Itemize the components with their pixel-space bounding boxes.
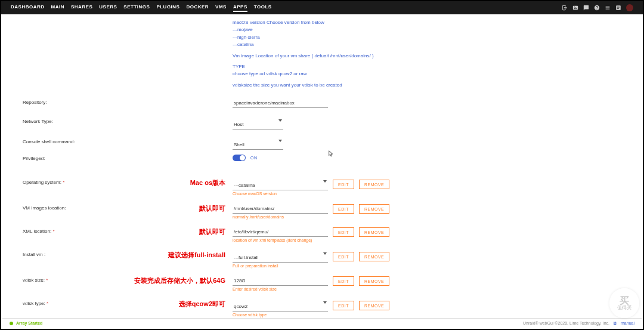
annotation: 默认即可 <box>199 227 225 236</box>
nav-plugins[interactable]: PLUGINS <box>156 4 179 12</box>
nav-tools[interactable]: TOOLS <box>254 4 272 12</box>
install-helper: Full or preparation install <box>233 264 389 268</box>
nav-apps[interactable]: APPS <box>233 4 247 12</box>
network-type-label: Network Type: <box>23 118 233 124</box>
nav-users[interactable]: USERS <box>99 4 117 12</box>
edit-button[interactable]: EDIT <box>333 276 354 286</box>
info-line: Vm image Location of your vm share ( def… <box>233 53 621 60</box>
top-nav: DASHBOARD MAIN SHARES USERS SETTINGS PLU… <box>1 1 643 14</box>
vm-images-input[interactable] <box>233 204 328 214</box>
nav-dashboard[interactable]: DASHBOARD <box>11 4 45 12</box>
vdisk-size-input[interactable] <box>233 276 328 286</box>
info-line: ---catalina <box>233 41 621 48</box>
install-label: Install vm : 建议选择full-install <box>23 251 233 257</box>
feedback-icon[interactable] <box>583 5 589 11</box>
annotation: Mac os版本 <box>190 178 225 187</box>
nav-settings[interactable]: SETTINGS <box>123 4 150 12</box>
nav-shares[interactable]: SHARES <box>71 4 92 12</box>
privileged-state: ON <box>250 156 258 160</box>
xml-helper: location of vm xml templates (dont chang… <box>233 238 389 242</box>
vdisk-type-helper: Choose vdisk type <box>233 313 389 317</box>
power-icon[interactable] <box>626 4 633 11</box>
repository-label: Repository: <box>23 98 233 105</box>
help-icon[interactable] <box>594 5 600 11</box>
nav-vms[interactable]: VMS <box>215 4 227 12</box>
annotation: 默认即可 <box>199 204 225 213</box>
info-icon[interactable] <box>605 5 611 11</box>
nav-items: DASHBOARD MAIN SHARES USERS SETTINGS PLU… <box>11 4 272 12</box>
nav-icons <box>562 4 633 11</box>
privileged-toggle[interactable] <box>233 155 246 161</box>
console-shell-label: Console shell command: <box>23 138 233 144</box>
edit-button[interactable]: EDIT <box>333 301 354 310</box>
vdisk-type-label: vdisk type: 选择qcow2即可 <box>23 300 233 306</box>
remove-button[interactable]: REMOVE <box>359 252 389 261</box>
log-icon[interactable] <box>615 5 621 11</box>
network-type-select[interactable] <box>233 120 283 129</box>
vdisk-size-label: vdisk size: 安装完成后存储大小，默认64G <box>23 276 233 283</box>
os-select[interactable] <box>233 181 328 190</box>
install-select[interactable] <box>233 253 328 263</box>
remove-button[interactable]: REMOVE <box>359 301 389 310</box>
vdisk-size-helper: Enter desired vdisk size <box>233 287 389 291</box>
nav-main[interactable]: MAIN <box>51 4 64 12</box>
edit-button[interactable]: EDIT <box>333 204 354 214</box>
console-shell-select[interactable] <box>233 140 283 150</box>
annotation: 建议选择full-install <box>168 251 225 260</box>
os-helper: Choose macOS version <box>233 192 389 196</box>
vm-images-helper: normally /mnt/user/domains <box>233 215 389 219</box>
info-line: vdisksize the size you want your vdisk t… <box>233 82 621 89</box>
xml-label: XML location: 默认即可 <box>23 227 233 234</box>
vdisk-type-select[interactable] <box>233 302 328 312</box>
info-line: ---mojave <box>233 26 621 33</box>
annotation: 选择qcow2即可 <box>179 300 225 309</box>
nav-docker[interactable]: DOCKER <box>186 4 209 12</box>
os-label: Operating system: Mac os版本 <box>23 178 233 185</box>
xml-input[interactable] <box>233 227 328 237</box>
privileged-label: Privileged: <box>23 155 233 161</box>
vm-images-label: VM Images location: 默认即可 <box>23 204 233 211</box>
info-line: ---high-sierra <box>233 34 621 41</box>
repository-input[interactable] <box>233 98 328 108</box>
remove-button[interactable]: REMOVE <box>359 204 389 214</box>
logout-icon[interactable] <box>562 5 568 11</box>
manual-link[interactable]: manual <box>621 321 634 325</box>
info-line: choose type od vdisk qcow2 or raw <box>233 70 621 78</box>
terminal-icon[interactable] <box>572 5 578 11</box>
remove-button[interactable]: REMOVE <box>359 227 389 237</box>
annotation: 安装完成后存储大小，默认64G <box>134 276 225 285</box>
remove-button[interactable]: REMOVE <box>359 180 389 189</box>
info-line: macOS version Choose version from below <box>233 19 621 26</box>
footer: Array Started Unraid® webGui ©2020, Lime… <box>2 318 642 328</box>
array-status: Array Started <box>16 321 42 325</box>
content-area: macOS version Choose version from below … <box>1 14 643 319</box>
copyright: Unraid® webGui ©2020, Lime Technology, I… <box>523 321 609 325</box>
info-line: TYPE <box>233 63 621 70</box>
status-dot-icon <box>10 322 13 325</box>
remove-button[interactable]: REMOVE <box>359 276 389 286</box>
watermark: 买 值得买 <box>609 288 639 318</box>
edit-button[interactable]: EDIT <box>333 252 354 261</box>
edit-button[interactable]: EDIT <box>333 180 354 189</box>
info-block: macOS version Choose version from below … <box>233 19 621 89</box>
edit-button[interactable]: EDIT <box>333 227 354 237</box>
